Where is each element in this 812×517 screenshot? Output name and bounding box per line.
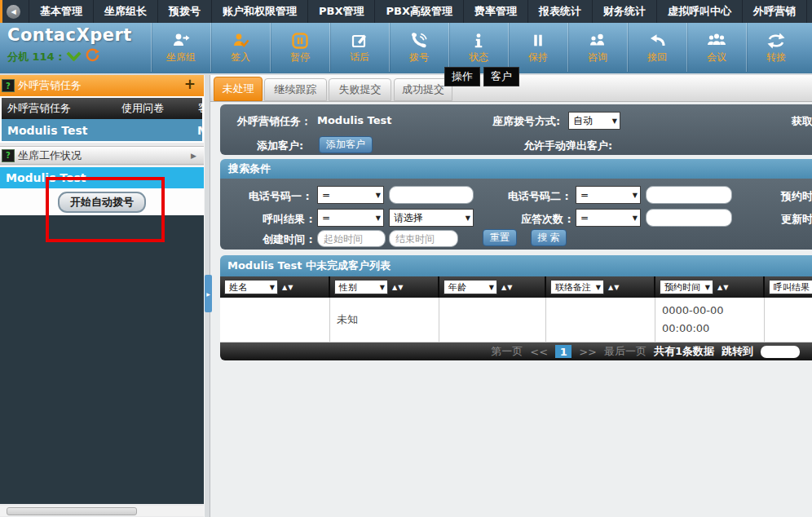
column-header-reserve-time: 预约时间▼ ▲▼ (655, 276, 765, 298)
menu-item-predial[interactable]: 预拨号 (157, 0, 211, 23)
call-result-select[interactable]: 请选择▼ (389, 209, 474, 227)
menu-item-outbound-marketing[interactable]: 外呼营销 (742, 0, 806, 23)
menu-item-rate-mgmt[interactable]: 费率管理 (463, 0, 527, 23)
transfer-button[interactable]: 转接 (746, 23, 805, 72)
tab-failed-submit[interactable]: 失败提交 (329, 78, 391, 101)
orange-edge (0, 0, 2, 23)
sort-icons[interactable]: ▲▼ (392, 284, 404, 291)
chevron-down-icon: ▼ (705, 284, 710, 291)
top-menu-bar: ◀ 基本管理 坐席组长 预拨号 账户和权限管理 PBX管理 PBX高级管理 费率… (0, 0, 812, 23)
outbound-tasks-panel-header[interactable]: ? 外呼营销任务 + (0, 75, 204, 96)
chevron-down-icon: ▼ (633, 214, 638, 222)
cell-name (220, 298, 330, 342)
expand-arrow-icon[interactable]: ▶ (191, 152, 196, 160)
answer-count-operator-select[interactable]: =▼ (576, 209, 641, 227)
search-panel-header: 搜索条件 (220, 159, 812, 179)
column-note-select[interactable]: 联络备注▼ (550, 280, 604, 294)
sort-icons[interactable]: ▲▼ (717, 284, 729, 291)
hold-button[interactable]: 保持 (508, 23, 567, 72)
selected-task-row[interactable]: Modulis Test (0, 167, 204, 188)
add-customer-label: 添加客户: (257, 139, 303, 153)
extension-status-chevron-icon[interactable] (66, 49, 82, 64)
sidebar-horizontal-scrollbar (0, 506, 204, 516)
first-page-button[interactable]: 第一页 (491, 344, 523, 359)
reserve-time-label: 预约时间 (781, 189, 812, 204)
toolbar-buttons: 坐席组 签入 暂停 话后 拨号 状态 (151, 23, 805, 72)
table-row[interactable]: 未知 0000-00-00 00:00:00 (220, 298, 812, 342)
phone2-input[interactable] (646, 186, 732, 204)
after-call-button[interactable]: 话后 (329, 23, 389, 72)
start-autodial-button[interactable]: 开始自动拨号 (58, 192, 146, 213)
search-button[interactable]: 搜 索 (531, 229, 567, 246)
main-content: 未处理 继续跟踪 失败提交 成功提交 外呼营销任务： Modulis Test … (210, 75, 812, 517)
dial-icon (409, 30, 429, 50)
context-menu-customer[interactable]: 客户 (483, 67, 519, 86)
status-context-menu: 操作 客户 (444, 67, 519, 86)
task-column-name: 外呼营销任务 (7, 101, 71, 116)
chevron-down-icon: ▼ (489, 284, 494, 291)
dial-button[interactable]: 拨号 (389, 23, 448, 72)
last-page-button[interactable]: 最后一页 (604, 344, 647, 359)
column-reserve-select[interactable]: 预约时间▼ (660, 280, 713, 294)
splitter-collapse-handle[interactable]: ▶ (205, 275, 212, 312)
dial-mode-select[interactable]: 自动▼ (568, 112, 620, 130)
refresh-icon[interactable] (86, 48, 99, 65)
column-name-select[interactable]: 姓名▼ (224, 280, 278, 294)
column-age-select[interactable]: 年龄▼ (444, 280, 497, 294)
column-gender-select[interactable]: 性别▼ (334, 280, 388, 294)
sign-in-button[interactable]: 签入 (210, 23, 270, 72)
menu-item-basic-mgmt[interactable]: 基本管理 (29, 0, 93, 23)
phone1-operator-select[interactable]: =▼ (317, 186, 384, 204)
context-menu-action[interactable]: 操作 (444, 67, 480, 86)
menu-item-account-permission[interactable]: 账户和权限管理 (211, 0, 307, 23)
menu-item-callcenter[interactable]: 呼叫中 (806, 0, 812, 23)
add-customer-button[interactable]: 添加客户 (319, 136, 373, 153)
cell-call-result (765, 298, 812, 342)
search-panel-body: 电话号码一 : =▼ 电话号码二 : =▼ 预约时间 呼叫结果 : =▼ 请选择… (220, 179, 812, 250)
task-column-customer: 客 (198, 101, 204, 116)
panel-help-icon: ? (2, 79, 15, 92)
sort-icons[interactable]: ▲▼ (608, 284, 620, 291)
scrollbar-thumb[interactable] (7, 507, 137, 515)
phone2-label: 电话号码二 : (508, 189, 569, 204)
table-column-header-row: 姓名▼ ▲▼ 性别▼ ▲▼ 年龄▼ ▲▼ 联络备注▼ ▲▼ 预约时间▼ ▲▼ 呼… (220, 276, 812, 298)
menu-item-pbx-advanced[interactable]: PBX高级管理 (374, 0, 462, 23)
jump-to-input[interactable] (761, 346, 800, 358)
menu-item-finance-stats[interactable]: 财务统计 (592, 0, 656, 23)
sort-icons[interactable]: ▲▼ (282, 284, 293, 291)
tab-unprocessed[interactable]: 未处理 (214, 77, 263, 101)
tab-continue-tracking[interactable]: 继续跟踪 (264, 78, 327, 101)
menu-item-report-stats[interactable]: 报表统计 (527, 0, 592, 23)
end-time-input[interactable] (389, 230, 458, 247)
agent-status-panel-header[interactable]: ? 坐席工作状况 ▶ (0, 146, 204, 165)
current-page-badge[interactable]: 1 (555, 345, 571, 358)
task-value: Modulis Test (317, 114, 392, 126)
chevron-down-icon: ▼ (380, 284, 385, 291)
start-dial-row: 开始自动拨号 (0, 188, 204, 216)
status-button[interactable]: 状态 (448, 23, 508, 72)
menu-item-virtual-callcenter[interactable]: 虚拟呼叫中心 (656, 0, 742, 23)
reset-button[interactable]: 重置 (483, 229, 517, 246)
task-row-modulis-test[interactable]: Modulis Test M (2, 119, 202, 141)
sort-icons[interactable]: ▲▼ (501, 284, 513, 291)
consult-button[interactable]: 咨询 (567, 23, 627, 72)
phone2-operator-select[interactable]: =▼ (576, 186, 641, 204)
add-task-button[interactable]: + (184, 76, 196, 92)
prev-page-button[interactable]: << (530, 346, 548, 358)
next-page-button[interactable]: >> (579, 346, 597, 358)
collapse-menu-icon[interactable]: ◀ (7, 5, 20, 19)
phone1-input[interactable] (389, 186, 474, 204)
start-time-input[interactable] (317, 230, 386, 247)
update-time-label: 更新时间 (781, 212, 812, 227)
pause-button[interactable]: 暂停 (270, 23, 329, 72)
agent-group-button[interactable]: 坐席组 (151, 23, 210, 72)
cell-age (439, 298, 546, 342)
transfer-icon (766, 30, 786, 50)
menu-item-agent-leader[interactable]: 坐席组长 (93, 0, 157, 23)
conference-button[interactable]: 会议 (686, 23, 746, 72)
column-result-select[interactable]: 呼叫结果▼ (769, 280, 812, 294)
call-result-operator-select[interactable]: =▼ (317, 209, 384, 227)
menu-item-pbx-mgmt[interactable]: PBX管理 (307, 0, 374, 23)
answer-count-input[interactable] (646, 209, 732, 227)
retrieve-button[interactable]: 接回 (627, 23, 686, 72)
